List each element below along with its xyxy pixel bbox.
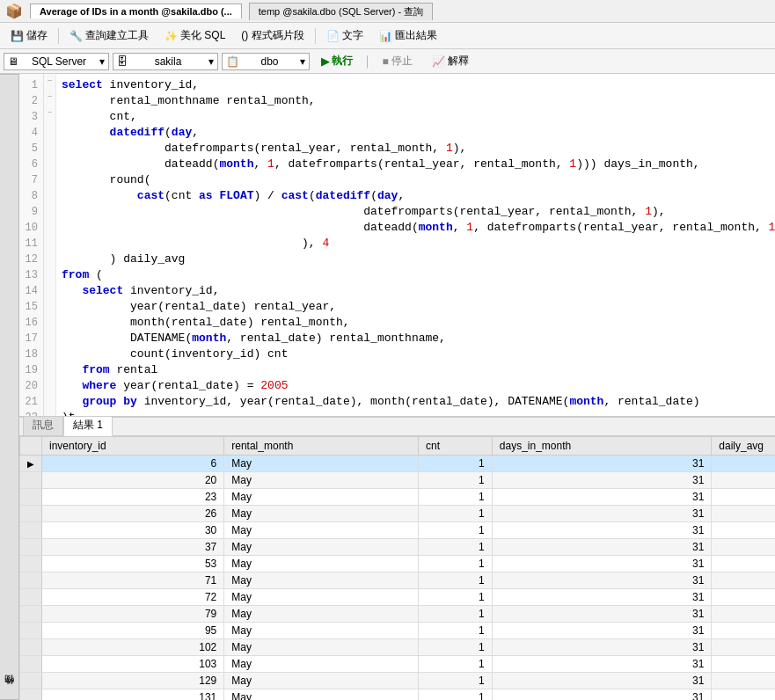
table-row[interactable]: 79May1310.0323 — [20, 606, 776, 623]
cell-daily-avg: 0.0323 — [712, 673, 775, 689]
col-header-daily-avg: daily_avg — [712, 437, 775, 456]
row-indicator — [20, 606, 42, 623]
results-table-section[interactable]: inventory_id rental_month cnt days_in_mo… — [19, 436, 775, 700]
cell-daily-avg: 0.0323 — [712, 572, 775, 589]
save-button[interactable]: 💾 儲存 — [4, 25, 55, 47]
table-row[interactable]: 129May1310.0323 — [20, 673, 776, 689]
sql-editor[interactable]: 12345 678910 1112131415 1617181920 21222… — [19, 74, 775, 417]
cell-inventory-id: 53 — [42, 556, 224, 572]
cell-cnt: 1 — [419, 489, 493, 506]
cell-cnt: 1 — [419, 673, 493, 689]
cell-inventory-id: 102 — [42, 639, 224, 656]
cell-inventory-id: 95 — [42, 623, 224, 639]
stop-button[interactable]: ■ 停止 — [375, 50, 420, 72]
explain-icon: 📈 — [432, 55, 445, 68]
table-row[interactable]: 95May1310.0323 — [20, 623, 776, 639]
row-indicator — [20, 673, 42, 689]
cell-daily-avg: 0.0323 — [712, 589, 775, 606]
row-indicator — [20, 522, 42, 539]
cell-daily-avg: 0.0323 — [712, 606, 775, 623]
database-select[interactable]: 🗄 sakila ▾ — [113, 53, 218, 70]
table-row[interactable]: 131May1310.0323 — [20, 689, 776, 701]
col-header-cnt: cnt — [419, 437, 493, 456]
code-snippet-button[interactable]: () 程式碼片段 — [234, 25, 311, 47]
cell-daily-avg: 0.0323 — [712, 522, 775, 539]
cell-days-in-month: 31 — [492, 556, 712, 572]
cell-rental-month: May — [224, 606, 419, 623]
text-button[interactable]: 📄 文字 — [319, 25, 370, 47]
cell-days-in-month: 31 — [492, 539, 712, 556]
tab-results1[interactable]: 結果 1 — [63, 417, 113, 436]
col-header-indicator — [20, 437, 42, 456]
table-row[interactable]: 103May1310.0323 — [20, 656, 776, 673]
table-row[interactable]: 102May1310.0323 — [20, 639, 776, 656]
app-icon: 📦 — [5, 3, 23, 19]
cell-inventory-id: 71 — [42, 572, 224, 589]
table-row[interactable]: 37May1310.0323 — [20, 539, 776, 556]
cell-days-in-month: 31 — [492, 472, 712, 489]
row-indicator: ▶ — [20, 456, 42, 472]
table-row[interactable]: 30May1310.0323 — [20, 522, 776, 539]
bottom-section: 訊息 結果 1 inventory_id rental_month cnt da… — [19, 417, 775, 700]
cell-cnt: 1 — [419, 556, 493, 572]
stop-icon: ■ — [383, 55, 389, 68]
cell-days-in-month: 31 — [492, 606, 712, 623]
results-table: inventory_id rental_month cnt days_in_mo… — [19, 436, 775, 700]
cell-rental-month: May — [224, 506, 419, 522]
title-tab-active[interactable]: Average of IDs in a month @sakila.dbo (.… — [30, 4, 242, 18]
server-select[interactable]: 🖥 SQL Server ▾ — [4, 53, 109, 70]
tab-messages[interactable]: 訊息 — [23, 417, 63, 435]
beautify-icon: ✨ — [165, 30, 178, 42]
cell-inventory-id: 6 — [42, 456, 224, 472]
database-icon: 🗄 — [117, 55, 128, 68]
schema-select[interactable]: 📋 dbo ▾ — [222, 53, 310, 70]
row-indicator — [20, 623, 42, 639]
cell-rental-month: May — [224, 673, 419, 689]
cell-days-in-month: 31 — [492, 656, 712, 673]
cell-days-in-month: 31 — [492, 673, 712, 689]
table-row[interactable]: ▶6May1310.0323 — [20, 456, 776, 472]
cell-inventory-id: 129 — [42, 673, 224, 689]
cell-days-in-month: 31 — [492, 506, 712, 522]
export-icon: 📊 — [379, 30, 392, 42]
cell-inventory-id: 72 — [42, 589, 224, 606]
row-indicator — [20, 556, 42, 572]
table-row[interactable]: 72May1310.0323 — [20, 589, 776, 606]
results-tabs: 訊息 結果 1 — [19, 417, 775, 436]
server-icon: 🖥 — [8, 55, 18, 68]
row-indicator — [20, 639, 42, 656]
table-row[interactable]: 20May1310.0323 — [20, 472, 776, 489]
explain-button[interactable]: 📈 解釋 — [424, 50, 477, 72]
table-row[interactable]: 53May1310.0323 — [20, 556, 776, 572]
line-numbers: 12345 678910 1112131415 1617181920 21222… — [19, 74, 44, 416]
cell-cnt: 1 — [419, 623, 493, 639]
col-header-days-in-month: days_in_month — [492, 437, 712, 456]
table-row[interactable]: 23May1310.0323 — [20, 489, 776, 506]
row-indicator — [20, 689, 42, 701]
title-tab-inactive[interactable]: temp @sakila.dbo (SQL Server) - 查詢 — [249, 3, 433, 20]
object-panel-tab[interactable]: 物件 — [0, 74, 19, 700]
cell-cnt: 1 — [419, 639, 493, 656]
export-results-button[interactable]: 📊 匯出結果 — [372, 25, 444, 47]
database-dropdown-icon: ▾ — [208, 55, 214, 68]
row-indicator — [20, 589, 42, 606]
code-editor[interactable]: select inventory_id, rental_monthname re… — [56, 74, 775, 416]
beautify-button[interactable]: ✨ 美化 SQL — [157, 25, 232, 47]
cell-inventory-id: 103 — [42, 656, 224, 673]
cell-cnt: 1 — [419, 506, 493, 522]
title-bar: 📦 Average of IDs in a month @sakila.dbo … — [0, 0, 775, 23]
cell-days-in-month: 31 — [492, 522, 712, 539]
text-icon: 📄 — [326, 30, 340, 42]
cell-daily-avg: 0.0323 — [712, 623, 775, 639]
table-row[interactable]: 26May1310.0323 — [20, 506, 776, 522]
cell-inventory-id: 30 — [42, 522, 224, 539]
app-body: 📦 Average of IDs in a month @sakila.dbo … — [0, 0, 775, 700]
cell-rental-month: May — [224, 456, 419, 472]
schema-dropdown-icon: ▾ — [300, 55, 305, 68]
col-header-rental-month: rental_month — [224, 437, 419, 456]
execute-button[interactable]: ▶ 執行 — [313, 50, 361, 72]
server-dropdown-icon: ▾ — [99, 55, 105, 68]
query-builder-button[interactable]: 🔧 查詢建立工具 — [62, 25, 156, 47]
table-row[interactable]: 71May1310.0323 — [20, 572, 776, 589]
cell-days-in-month: 31 — [492, 589, 712, 606]
